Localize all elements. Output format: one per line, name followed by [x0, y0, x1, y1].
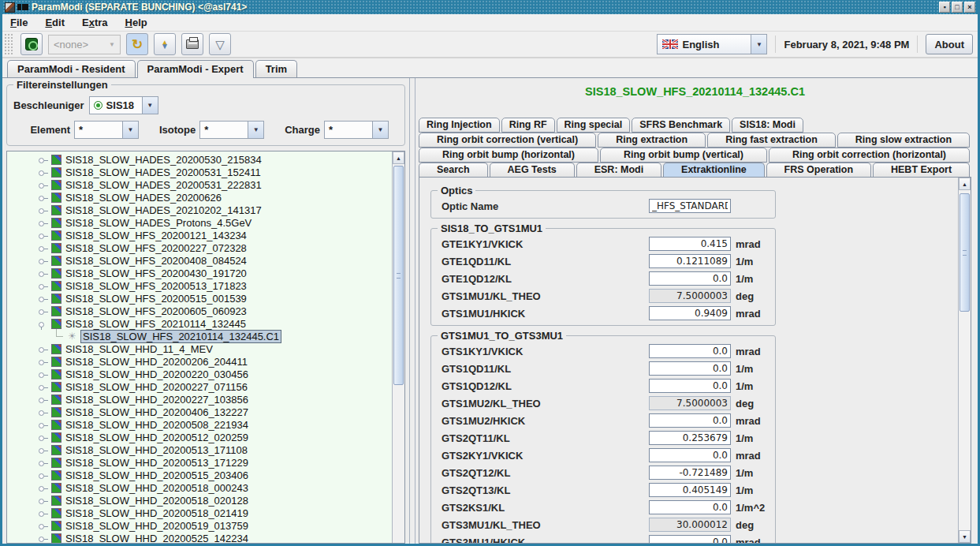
tree-node[interactable]: SIS18_SLOW_HADES_20200531_222831 — [7, 178, 392, 191]
context-select[interactable]: <none> ▼ — [48, 35, 121, 54]
tab-ring-orbit-correction-horizontal-[interactable]: Ring orbit correction (horizontal) — [769, 148, 970, 163]
tree-collapse-handle-icon[interactable] — [39, 155, 49, 165]
tab-extraktionline[interactable]: Extraktionline — [663, 163, 765, 177]
minimize-button[interactable]: ▪ — [939, 2, 950, 13]
tab-ring-orbit-bump-vertical-[interactable]: Ring orbit bump (vertical) — [600, 148, 767, 163]
tree-node[interactable]: SIS18_SLOW_HFS_20200515_001539 — [7, 292, 392, 305]
sync-button[interactable]: ▲▼ — [154, 33, 176, 55]
tree-child-node[interactable]: ☀SIS18_SLOW_HFS_20210114_132445.C1 — [7, 330, 392, 342]
main-tab-parammodi-resident[interactable]: ParamModi - Resident — [7, 60, 136, 77]
tree-node[interactable]: SIS18_SLOW_HHD_20200513_171229 — [7, 456, 392, 469]
menu-file[interactable]: File — [10, 17, 28, 28]
tab-ring-orbit-correction-vertical-[interactable]: Ring orbit correction (vertical) — [419, 133, 596, 148]
language-select[interactable]: English ▼ — [657, 34, 767, 54]
run-button[interactable] — [20, 33, 43, 55]
param-value-field[interactable] — [649, 413, 731, 428]
param-value-field[interactable] — [649, 379, 731, 393]
param-value-field[interactable] — [649, 344, 731, 358]
tree-collapse-handle-icon[interactable] — [39, 193, 49, 203]
chevron-down-icon[interactable]: ▼ — [142, 97, 158, 114]
tree-node[interactable]: SIS18_SLOW_HADES_Protons_4.5GeV — [7, 216, 392, 229]
tab-hebt-export[interactable]: HEBT Export — [873, 163, 970, 177]
tree-node[interactable]: SIS18_SLOW_HADES_20200531_152411 — [7, 166, 392, 178]
tree-collapse-handle-icon[interactable] — [39, 445, 49, 455]
tree-node[interactable]: SIS18_SLOW_HADES_20200530_215834 — [7, 153, 392, 166]
tab-sis18-modi[interactable]: SIS18: Modi — [732, 118, 803, 133]
tree-collapse-handle-icon[interactable] — [39, 180, 49, 190]
tab-ring-extraction[interactable]: Ring extraction — [598, 133, 706, 148]
tab-ring-orbit-bump-horizontal-[interactable]: Ring orbit bump (horizontal) — [419, 148, 598, 163]
tab-ring-fast-extraction[interactable]: Ring fast extraction — [707, 133, 836, 148]
parameters-scrollbar[interactable]: ▲ ▼ — [958, 178, 971, 543]
tree-collapse-handle-icon[interactable] — [39, 205, 49, 215]
tree-collapse-handle-icon[interactable] — [39, 395, 49, 405]
tree-node[interactable]: SIS18_SLOW_HFS_20200408_084524 — [7, 254, 392, 267]
tree-collapse-handle-icon[interactable] — [39, 218, 49, 228]
tree-node[interactable]: SIS18_SLOW_HHD_20200515_203406 — [7, 469, 392, 481]
tree-node[interactable]: SIS18_SLOW_HFS_20200227_072328 — [7, 241, 392, 254]
tab-ring-slow-extraction[interactable]: Ring slow extraction — [837, 133, 970, 148]
tree-collapse-handle-icon[interactable] — [39, 306, 49, 316]
tree-collapse-handle-icon[interactable] — [39, 294, 49, 304]
tree-collapse-handle-icon[interactable] — [39, 521, 49, 531]
tab-esr-modi[interactable]: ESR: Modi — [576, 163, 661, 177]
scroll-up-icon[interactable]: ▲ — [393, 151, 404, 164]
tree-node[interactable]: SIS18_SLOW_HFS_20210114_132445 — [7, 317, 392, 330]
parameters-scroll-thumb[interactable] — [960, 193, 970, 312]
tree-node[interactable]: SIS18_SLOW_HHD_20200518_000243 — [7, 481, 392, 494]
param-value-field[interactable] — [649, 237, 731, 251]
main-tab-parammodi-expert[interactable]: ParamModi - Expert — [137, 60, 254, 78]
tree-collapse-handle-icon[interactable] — [39, 357, 49, 367]
chevron-down-icon[interactable]: ▼ — [372, 122, 388, 138]
chevron-down-icon[interactable]: ▼ — [248, 122, 263, 138]
param-value-field[interactable] — [649, 500, 731, 514]
tree-collapse-handle-icon[interactable] — [39, 256, 49, 266]
tab-aeg-tests[interactable]: AEG Tests — [490, 163, 575, 177]
tree-collapse-handle-icon[interactable] — [39, 344, 49, 354]
tree-scrollbar[interactable]: ▲ — [392, 151, 404, 543]
tree-node[interactable]: SIS18_SLOW_HHD_20200220_030456 — [7, 368, 392, 380]
tree-node[interactable]: SIS18_SLOW_HHD_20200227_071156 — [7, 380, 392, 393]
tree-collapse-handle-icon[interactable] — [39, 369, 49, 380]
isotope-select[interactable]: * ▼ — [199, 121, 264, 139]
about-button[interactable]: About — [926, 34, 973, 54]
param-value-field[interactable] — [649, 271, 731, 286]
menu-edit[interactable]: Edit — [45, 17, 65, 28]
param-value-field[interactable] — [649, 199, 731, 213]
tree-collapse-handle-icon[interactable] — [39, 508, 49, 518]
tree-scroll-track[interactable] — [393, 164, 404, 543]
tree-node[interactable]: SIS18_SLOW_HHD_20200206_204411 — [7, 355, 392, 368]
tree-collapse-handle-icon[interactable] — [39, 230, 49, 241]
tree-collapse-handle-icon[interactable] — [39, 268, 49, 279]
tree-node[interactable]: SIS18_SLOW_HADES_20200626 — [7, 191, 392, 204]
main-tab-trim[interactable]: Trim — [255, 60, 297, 77]
chevron-down-icon[interactable]: ▼ — [122, 122, 138, 138]
tab-search[interactable]: Search — [419, 163, 488, 177]
param-value-field[interactable] — [649, 448, 731, 462]
tree-node[interactable]: SIS18_SLOW_HHD_20200406_132227 — [7, 406, 392, 418]
tree-collapse-handle-icon[interactable] — [39, 243, 49, 253]
tree-node[interactable]: SIS18_SLOW_HHD_11_4_MEV — [7, 342, 392, 355]
tree-scroll-thumb[interactable] — [393, 166, 404, 385]
tree-node[interactable]: SIS18_SLOW_HFS_20200430_191720 — [7, 267, 392, 279]
tab-ring-rf[interactable]: Ring RF — [501, 118, 555, 133]
tree-node[interactable]: SIS18_SLOW_HHD_20200519_013759 — [7, 519, 392, 532]
scroll-up-icon[interactable]: ▲ — [959, 178, 971, 190]
tab-frs-operation[interactable]: FRS Operation — [766, 163, 871, 177]
tree-collapse-handle-icon[interactable] — [39, 470, 49, 481]
toolbar-drag-handle[interactable] — [4, 33, 13, 55]
tree-node[interactable]: SIS18_SLOW_HHD_20200513_171108 — [7, 443, 392, 456]
tree-expand-handle-icon[interactable] — [39, 319, 49, 329]
param-value-field[interactable] — [649, 361, 731, 376]
menu-help[interactable]: Help — [125, 17, 147, 28]
tree-collapse-handle-icon[interactable] — [39, 432, 49, 443]
param-value-field[interactable] — [649, 535, 731, 543]
tree-node[interactable]: SIS18_SLOW_HFS_20200121_143234 — [7, 229, 392, 241]
param-value-field[interactable] — [649, 466, 731, 480]
tree-collapse-handle-icon[interactable] — [39, 407, 49, 417]
tree-collapse-handle-icon[interactable] — [39, 496, 49, 506]
parameters-scroll-track[interactable] — [959, 190, 971, 530]
tree-collapse-handle-icon[interactable] — [39, 483, 49, 493]
param-value-field[interactable] — [649, 483, 731, 497]
chevron-down-icon[interactable]: ▼ — [751, 35, 766, 54]
